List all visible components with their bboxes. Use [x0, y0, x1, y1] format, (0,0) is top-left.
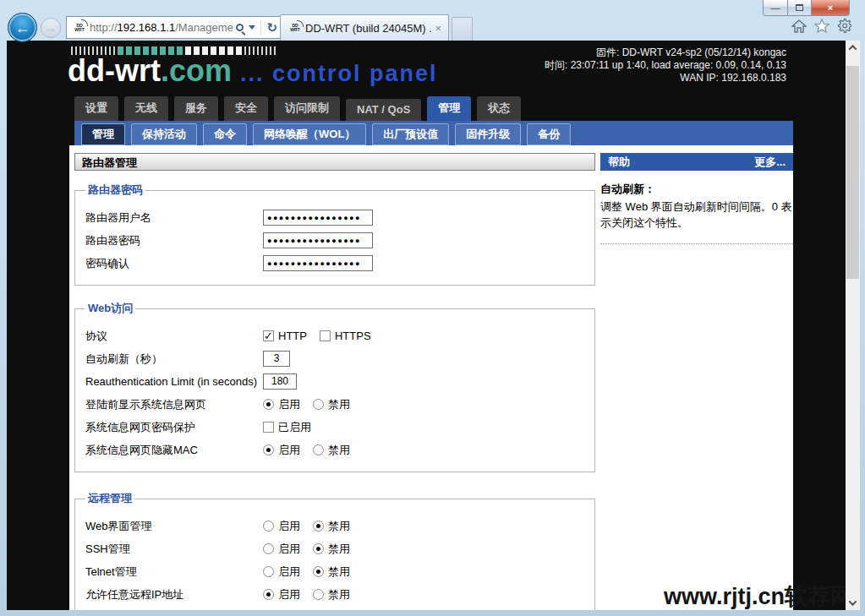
form-row: Web界面管理启用禁用 [85, 515, 594, 537]
logo-block [253, 46, 255, 55]
field-label: 登陆前显示系统信息网页 [85, 397, 263, 412]
main-nav: 设置无线服务安全访问限制NAT / QoS管理状态 [74, 97, 521, 121]
settings-section: 路由器密码路由器用户名●●●●●●●●●●●●●●●●路由器密码●●●●●●●●… [74, 183, 595, 286]
sub-tab-2[interactable]: 命令 [203, 123, 247, 145]
text-input[interactable]: 180 [263, 373, 297, 390]
field-control: 启用禁用 [263, 397, 350, 412]
browser-toolbar: ← → DDWRT http://192.168.1.1/Manageme ↻ … [7, 12, 860, 41]
field-label: 协议 [85, 329, 263, 344]
forward-button[interactable]: → [41, 18, 61, 38]
nav-tab-3[interactable]: 安全 [224, 96, 268, 121]
ddwrt-favicon-icon: DDWRT [72, 21, 87, 34]
nav-tab-0[interactable]: 设置 [74, 96, 118, 121]
settings-gear-icon[interactable] [837, 19, 851, 33]
chevron-down-icon[interactable] [249, 25, 255, 30]
field-label: 系统信息网页隐藏MAC [85, 443, 263, 458]
option: 启用 [263, 443, 300, 458]
radio-unchecked[interactable] [313, 399, 324, 410]
sub-tab-4[interactable]: 出厂预设值 [372, 123, 449, 145]
checkbox-checked[interactable]: ✓ [263, 330, 274, 341]
tab-close-icon[interactable]: × [432, 22, 444, 35]
field-control: ●●●●●●●●●●●●●●●● [263, 232, 373, 248]
scroll-down-button[interactable] [846, 596, 860, 610]
nav-tab-2[interactable]: 服务 [174, 96, 218, 121]
radio-checked[interactable] [263, 399, 274, 410]
help-separator [600, 243, 793, 244]
scroll-up-button[interactable] [846, 41, 860, 55]
page-scrollbar[interactable] [846, 41, 860, 610]
maximize-button[interactable] [787, 0, 812, 16]
search-icon[interactable] [236, 24, 244, 31]
router-status-info: 固件: DD-WRT v24-sp2 (05/12/14) kongac 时间:… [545, 46, 786, 84]
password-input[interactable]: ●●●●●●●●●●●●●●●● [263, 232, 373, 248]
close-button[interactable]: × [811, 0, 850, 16]
radio-unchecked[interactable] [263, 566, 274, 577]
time-load-info: 时间: 23:07:11 up 1:40, load average: 0.09… [545, 59, 786, 72]
radio-checked[interactable] [313, 521, 324, 532]
logo-block [257, 46, 259, 55]
browser-tab[interactable]: DDWRT DD-WRT (build 24045M) ... × [280, 14, 449, 41]
field-label: Web界面管理 [85, 519, 263, 534]
help-title: 帮助 [608, 153, 630, 171]
nav-tab-6[interactable]: 管理 [427, 96, 471, 121]
field-label: 允许任意远程IP地址 [85, 587, 263, 602]
minimize-button[interactable]: — [763, 0, 788, 16]
help-body: 调整 Web 界面自动刷新时间间隔。0 表示关闭这个特性。 [600, 199, 793, 231]
tab-favicon-icon: DDWRT [287, 22, 303, 35]
checkbox-unchecked[interactable] [320, 330, 331, 341]
window-controls: — × [764, 0, 850, 16]
radio-checked[interactable] [313, 543, 324, 554]
sub-tab-6[interactable]: 备份 [527, 123, 571, 145]
radio-unchecked[interactable] [313, 589, 324, 600]
nav-tab-1[interactable]: 无线 [124, 96, 168, 121]
field-label: 密码确认 [85, 256, 263, 271]
field-control: 启用禁用 [263, 587, 350, 602]
radio-checked[interactable] [263, 589, 274, 600]
chevron-up-icon [849, 45, 857, 53]
field-control: 180 [263, 373, 297, 390]
sub-tab-0[interactable]: 管理 [81, 123, 125, 145]
help-more-link[interactable]: 更多... [754, 153, 786, 171]
home-icon[interactable] [791, 19, 807, 33]
chevron-down-icon [849, 597, 857, 606]
radio-unchecked[interactable] [263, 543, 274, 554]
radio-checked[interactable] [313, 566, 324, 577]
radio-unchecked[interactable] [313, 444, 324, 455]
sub-tab-5[interactable]: 固件升级 [455, 123, 521, 145]
text-input[interactable]: 3 [263, 351, 290, 367]
nav-tab-7[interactable]: 状态 [477, 96, 521, 121]
checkbox-unchecked[interactable] [263, 422, 274, 433]
ddwrt-logo: dd-wrt.com ... control panel [68, 46, 438, 89]
option-label: 禁用 [328, 542, 350, 557]
help-panel: 帮助 更多... 自动刷新： 调整 Web 界面自动刷新时间间隔。0 表示关闭这… [600, 153, 793, 244]
logo-block [249, 46, 250, 55]
new-tab-button[interactable] [452, 17, 473, 41]
back-arrow-icon: ← [15, 20, 30, 35]
refresh-icon[interactable]: ↻ [266, 21, 277, 34]
nav-tab-5[interactable]: NAT / QoS [346, 99, 421, 121]
form-row: 密码确认●●●●●●●●●●●●●●●● [85, 252, 594, 275]
form-row: SSH管理启用禁用 [85, 537, 594, 560]
option: ✓HTTP [263, 330, 307, 342]
back-button[interactable]: ← [8, 13, 37, 42]
option-label: HTTP [278, 330, 307, 342]
radio-checked[interactable] [263, 444, 274, 455]
option: 禁用 [313, 564, 350, 580]
url-text[interactable]: http://192.168.1.1/Manageme [90, 21, 236, 34]
field-control: 3 [263, 351, 290, 367]
content-area: 路由器管理 路由器密码路由器用户名●●●●●●●●●●●●●●●●路由器密码●●… [69, 145, 793, 610]
nav-tab-4[interactable]: 访问限制 [274, 96, 340, 121]
sub-tab-1[interactable]: 保持活动 [131, 123, 197, 145]
option: 启用 [263, 542, 300, 557]
password-input[interactable]: ●●●●●●●●●●●●●●●● [263, 210, 373, 226]
logo-domain: .com [161, 53, 232, 88]
favorites-star-icon[interactable] [814, 19, 829, 33]
address-bar[interactable]: DDWRT http://192.168.1.1/Manageme ↻ [66, 16, 282, 39]
form-row: 路由器用户名●●●●●●●●●●●●●●●● [85, 206, 594, 229]
logo-suffix: ... control panel [240, 61, 438, 86]
field-control: 已启用 [263, 420, 311, 435]
radio-unchecked[interactable] [263, 521, 274, 532]
sub-tab-3[interactable]: 网络唤醒（WOL） [253, 123, 366, 145]
password-input[interactable]: ●●●●●●●●●●●●●●●● [263, 255, 373, 271]
scrollbar-thumb[interactable] [846, 66, 859, 279]
